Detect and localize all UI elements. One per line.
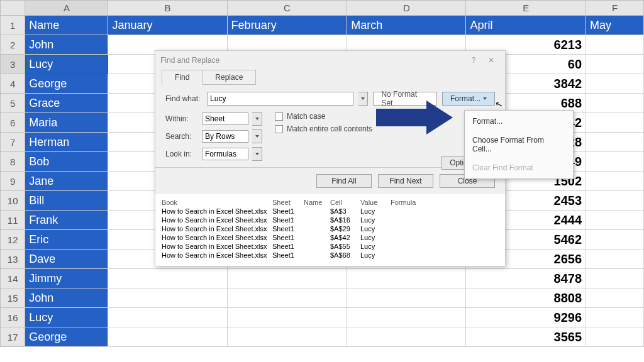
results-row[interactable]: How to Search in Excel Sheet.xlsxSheet1$… bbox=[162, 233, 499, 242]
results-row[interactable]: How to Search in Excel Sheet.xlsxSheet1$… bbox=[162, 251, 499, 260]
row-header-14[interactable]: 14 bbox=[1, 269, 25, 288]
row-header-12[interactable]: 12 bbox=[1, 230, 25, 250]
row-header-15[interactable]: 15 bbox=[1, 288, 25, 308]
cell[interactable] bbox=[108, 308, 227, 327]
row-header-16[interactable]: 16 bbox=[1, 308, 25, 327]
results-col-sheet[interactable]: Sheet bbox=[272, 199, 304, 206]
cell[interactable] bbox=[347, 269, 466, 288]
row-header-10[interactable]: 10 bbox=[1, 191, 25, 211]
cell-A7[interactable]: Herman bbox=[25, 133, 108, 152]
cell[interactable] bbox=[227, 308, 347, 327]
cell[interactable] bbox=[227, 269, 347, 288]
results-col-formula[interactable]: Formula bbox=[391, 199, 428, 206]
cell-A13[interactable]: Dave bbox=[25, 250, 108, 269]
results-row[interactable]: How to Search in Excel Sheet.xlsxSheet1$… bbox=[162, 216, 499, 224]
row-header-11[interactable]: 11 bbox=[1, 211, 25, 230]
cell-E17[interactable]: 3565 bbox=[466, 327, 586, 347]
help-icon[interactable]: ? bbox=[465, 56, 482, 65]
cell[interactable] bbox=[586, 35, 644, 55]
cell-A10[interactable]: Bill bbox=[25, 191, 108, 211]
row-header-17[interactable]: 17 bbox=[1, 327, 25, 347]
cell[interactable] bbox=[586, 94, 644, 113]
find-what-input[interactable] bbox=[207, 92, 353, 106]
cell[interactable] bbox=[227, 288, 347, 308]
within-dropdown[interactable] bbox=[252, 112, 262, 126]
cell[interactable] bbox=[347, 308, 466, 327]
results-col-name[interactable]: Name bbox=[304, 199, 330, 206]
cell-A15[interactable]: John bbox=[25, 288, 108, 308]
cell-A3[interactable]: Lucy bbox=[25, 55, 108, 74]
cell-A17[interactable]: George bbox=[25, 327, 108, 347]
row-header-1[interactable]: 1 bbox=[1, 16, 25, 35]
match-entire-checkbox[interactable]: Match entire cell contents bbox=[275, 124, 372, 133]
cell[interactable] bbox=[586, 55, 644, 74]
cell[interactable] bbox=[108, 327, 227, 347]
cell[interactable] bbox=[586, 308, 644, 327]
cell[interactable] bbox=[586, 172, 644, 191]
cell[interactable] bbox=[586, 288, 644, 308]
col-header-E[interactable]: E bbox=[466, 1, 586, 16]
tab-find[interactable]: Find bbox=[162, 70, 203, 85]
results-row[interactable]: How to Search in Excel Sheet.xlsxSheet1$… bbox=[162, 207, 499, 216]
cell-A11[interactable]: Frank bbox=[25, 211, 108, 230]
row-header-13[interactable]: 13 bbox=[1, 250, 25, 269]
cell[interactable] bbox=[586, 74, 644, 94]
row-header-8[interactable]: 8 bbox=[1, 152, 25, 172]
cell-E16[interactable]: 9296 bbox=[466, 308, 586, 327]
row-header-9[interactable]: 9 bbox=[1, 172, 25, 191]
header-cell[interactable]: March bbox=[347, 16, 466, 35]
cell-A16[interactable]: Lucy bbox=[25, 308, 108, 327]
find-next-button[interactable]: Find Next bbox=[378, 174, 433, 188]
results-col-value[interactable]: Value bbox=[360, 199, 391, 206]
cell[interactable] bbox=[586, 113, 644, 133]
results-col-book[interactable]: Book bbox=[162, 199, 272, 206]
find-all-button[interactable]: Find All bbox=[316, 174, 372, 188]
cell[interactable] bbox=[586, 211, 644, 230]
header-cell[interactable]: February bbox=[227, 16, 347, 35]
cell[interactable] bbox=[586, 230, 644, 250]
cell-A2[interactable]: John bbox=[25, 35, 108, 55]
match-case-checkbox[interactable]: Match case bbox=[275, 112, 372, 121]
cell-A14[interactable]: Jimmy bbox=[25, 269, 108, 288]
col-header-C[interactable]: C bbox=[227, 1, 347, 16]
header-cell[interactable]: January bbox=[108, 16, 227, 35]
cell[interactable] bbox=[108, 269, 227, 288]
find-results-list[interactable]: Book Sheet Name Cell Value Formula How t… bbox=[155, 194, 505, 266]
search-dropdown[interactable] bbox=[252, 129, 262, 143]
header-cell[interactable]: April bbox=[466, 16, 586, 35]
cell[interactable] bbox=[347, 327, 466, 347]
col-header-B[interactable]: B bbox=[108, 1, 227, 16]
cell[interactable] bbox=[586, 250, 644, 269]
menu-item-choose-format-from-cell[interactable]: Choose Format From Cell... bbox=[465, 131, 573, 158]
cell-E15[interactable]: 8808 bbox=[466, 288, 586, 308]
within-select[interactable]: Sheet bbox=[202, 112, 248, 125]
col-header-F[interactable]: F bbox=[586, 1, 644, 16]
tab-replace[interactable]: Replace bbox=[203, 70, 256, 85]
cell[interactable] bbox=[227, 327, 347, 347]
lookin-select[interactable]: Formulas bbox=[202, 148, 248, 160]
search-select[interactable]: By Rows bbox=[202, 130, 248, 143]
row-header-6[interactable]: 6 bbox=[1, 113, 25, 133]
row-header-3[interactable]: 3 bbox=[1, 55, 25, 74]
cell-A4[interactable]: George bbox=[25, 74, 108, 94]
results-col-cell[interactable]: Cell bbox=[330, 199, 360, 206]
row-header-5[interactable]: 5 bbox=[1, 94, 25, 113]
cell[interactable] bbox=[586, 269, 644, 288]
col-header-A[interactable]: A bbox=[25, 1, 108, 16]
row-header-4[interactable]: 4 bbox=[1, 74, 25, 94]
cell[interactable] bbox=[108, 288, 227, 308]
cell[interactable] bbox=[586, 327, 644, 347]
close-icon[interactable]: ✕ bbox=[482, 56, 500, 65]
cell-A5[interactable]: Grace bbox=[25, 94, 108, 113]
menu-item-format[interactable]: Format... bbox=[465, 112, 573, 131]
row-header-2[interactable]: 2 bbox=[1, 35, 25, 55]
cell-E14[interactable]: 8478 bbox=[466, 269, 586, 288]
dialog-titlebar[interactable]: Find and Replace ? ✕ bbox=[155, 51, 505, 70]
cell[interactable] bbox=[586, 152, 644, 172]
cell-A6[interactable]: Maria bbox=[25, 113, 108, 133]
cell[interactable] bbox=[586, 191, 644, 211]
header-cell[interactable]: Name bbox=[25, 16, 108, 35]
results-row[interactable]: How to Search in Excel Sheet.xlsxSheet1$… bbox=[162, 242, 499, 251]
row-header-7[interactable]: 7 bbox=[1, 133, 25, 152]
cell[interactable] bbox=[586, 133, 644, 152]
